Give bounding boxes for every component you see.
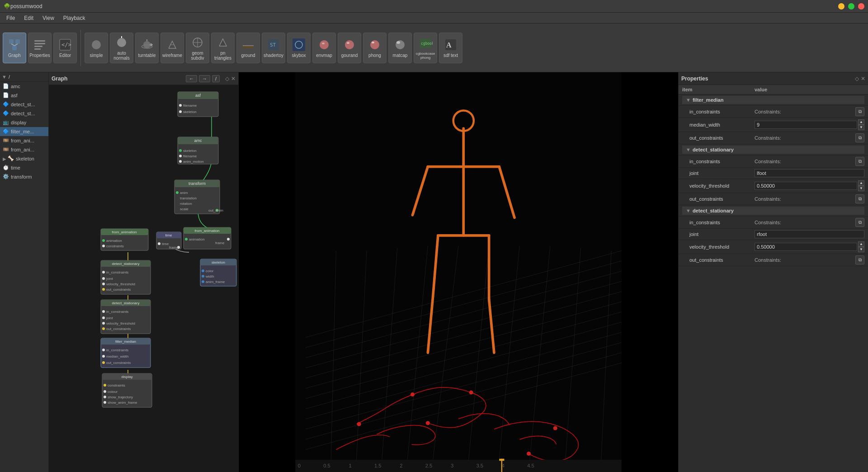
svg-text:filename: filename xyxy=(183,154,197,158)
window-controls xyxy=(838,3,864,9)
tool-pntriangles-label: pn triangles xyxy=(212,51,234,61)
tree-item-filterme[interactable]: 🔷 filter_me... xyxy=(0,127,48,136)
tool-pntriangles[interactable]: pn triangles xyxy=(211,33,235,63)
svg-text:from_animation: from_animation xyxy=(112,230,137,234)
properties-diamond[interactable]: ◇ xyxy=(855,76,859,82)
velocity-threshold-1-input[interactable] xyxy=(755,182,857,190)
decrement-btn[interactable]: ▼ xyxy=(858,247,864,252)
properties-close[interactable]: ✕ xyxy=(861,76,865,82)
file-icon: 📄 xyxy=(3,83,9,90)
tool-ground[interactable]: ground xyxy=(236,33,260,63)
prop-value-cell: ▲ ▼ xyxy=(751,240,868,254)
increment-btn[interactable]: ▲ xyxy=(858,241,864,247)
tree-item-asf[interactable]: 📄 asf xyxy=(0,91,48,100)
prop-label: out_constraints xyxy=(679,193,751,205)
decrement-btn[interactable]: ▼ xyxy=(858,186,864,191)
tool-geomsubdiv[interactable]: geom subdiv xyxy=(186,33,209,63)
svg-rect-5 xyxy=(34,40,45,42)
svg-point-28 xyxy=(320,40,329,49)
tree-item-fromani2[interactable]: 🎞️ from_ani... xyxy=(0,145,48,154)
tool-envmap[interactable]: envmap xyxy=(312,33,336,63)
menu-view[interactable]: View xyxy=(38,14,59,22)
tool-graph[interactable]: Graph xyxy=(3,33,26,63)
tool-phong[interactable]: phong xyxy=(363,33,387,63)
joint-1-input[interactable] xyxy=(755,169,864,177)
joint-2-input[interactable] xyxy=(755,230,864,238)
nav-back-button[interactable]: ← xyxy=(186,75,197,82)
tool-skybox-label: skybox xyxy=(292,53,306,58)
prop-row-in-constraints-1: in_constraints Constraints: ⧉ xyxy=(679,106,868,118)
tool-simple[interactable]: simple xyxy=(85,33,108,63)
tool-cgbookcase[interactable]: cgbook cgbookcase phong xyxy=(414,33,437,63)
svg-rect-138 xyxy=(295,72,622,472)
minimize-button[interactable] xyxy=(838,3,844,9)
svg-point-59 xyxy=(176,191,179,194)
viewport[interactable]: 0 0.5 1 1.5 2 2.5 3 3.5 4 4.5 xyxy=(239,72,678,472)
tree-item-detect2[interactable]: 🔷 detect_st... xyxy=(0,109,48,118)
tool-gourand[interactable]: gourand xyxy=(338,33,361,63)
tree-item-detect1[interactable]: 🔷 detect_st... xyxy=(0,100,48,109)
svg-point-50 xyxy=(179,149,182,152)
nav-forward-button[interactable]: → xyxy=(199,75,210,82)
close-button[interactable] xyxy=(858,3,864,9)
median-width-input[interactable] xyxy=(755,121,857,129)
graph-title: Graph xyxy=(52,76,67,82)
tool-autonormals[interactable]: auto normals xyxy=(110,33,133,63)
tree-item-transform[interactable]: ⚙️ transform xyxy=(0,172,48,181)
svg-point-103 xyxy=(102,283,105,285)
svg-rect-2 xyxy=(12,46,17,50)
prop-value-cell xyxy=(751,168,868,179)
svg-point-94 xyxy=(202,280,204,283)
graph-canvas[interactable]: asf filename skeleton amc skeleton filen… xyxy=(49,85,238,472)
decrement-btn[interactable]: ▼ xyxy=(858,125,864,130)
prop-constraints-btn[interactable]: ⧉ xyxy=(855,133,864,142)
panel-close[interactable]: ✕ xyxy=(231,76,236,82)
prop-constraints-btn[interactable]: ⧉ xyxy=(855,194,864,203)
panel-diamond[interactable]: ◇ xyxy=(225,76,229,82)
tool-wireframe[interactable]: wireframe xyxy=(160,33,184,63)
prop-constraints-btn[interactable]: ⧉ xyxy=(855,255,864,264)
tree-item-amc[interactable]: 📄 amc xyxy=(0,82,48,91)
svg-point-15 xyxy=(143,41,151,48)
svg-text:4.5: 4.5 xyxy=(527,463,534,468)
tool-shadertoy[interactable]: ST shadertoy xyxy=(262,33,285,63)
toolbar-left-group: Graph Properties </> Editor xyxy=(3,33,77,63)
tool-wireframe-label: wireframe xyxy=(162,53,182,58)
prop-constraints-btn[interactable]: ⧉ xyxy=(855,218,864,227)
app-title: possumwood xyxy=(10,3,42,9)
prop-label: in_constraints xyxy=(679,106,751,118)
tool-matcap[interactable]: matcap xyxy=(388,33,412,63)
velocity-threshold-2-input[interactable] xyxy=(755,243,857,251)
svg-text:anim_frame: anim_frame xyxy=(206,280,225,284)
prop-constraints-btn[interactable]: ⧉ xyxy=(855,107,864,116)
menu-playback[interactable]: Playback xyxy=(59,14,90,22)
increment-btn[interactable]: ▲ xyxy=(858,119,864,125)
tree-item-skeleton[interactable]: ▶ 🦴 skeleton xyxy=(0,154,48,163)
menu-file[interactable]: File xyxy=(2,14,19,22)
tool-editor[interactable]: </> Editor xyxy=(53,33,77,63)
maximize-button[interactable] xyxy=(848,3,854,9)
prop-constraints-btn[interactable]: ⧉ xyxy=(855,157,864,166)
svg-point-90 xyxy=(202,269,204,272)
col-value: value xyxy=(751,85,868,94)
svg-point-121 xyxy=(102,349,105,351)
svg-text:translation: translation xyxy=(180,196,197,200)
tree-item-label: display xyxy=(11,120,26,125)
nav-slash-button[interactable]: / xyxy=(212,75,220,82)
tree-item-fromani1[interactable]: 🎞️ from_ani... xyxy=(0,136,48,145)
increment-btn[interactable]: ▲ xyxy=(858,180,864,186)
prop-label: median_width xyxy=(679,118,751,132)
prop-constraints-value: Constraints: xyxy=(755,220,855,225)
tool-graph-label: Graph xyxy=(8,53,21,58)
tool-sdftext[interactable]: A sdf text xyxy=(439,33,462,63)
svg-point-69 xyxy=(102,239,105,242)
tool-properties[interactable]: Properties xyxy=(28,33,52,63)
tree-item-time[interactable]: ⏱️ time xyxy=(0,163,48,172)
svg-point-34 xyxy=(396,40,405,49)
tool-turntable[interactable]: turntable xyxy=(135,33,159,63)
menu-edit[interactable]: Edit xyxy=(19,14,38,22)
tree-item-display[interactable]: 📺 display xyxy=(0,118,48,127)
file-icon: 📄 xyxy=(3,92,9,99)
tool-skybox[interactable]: skybox xyxy=(287,33,311,63)
filter-icon: 🔷 xyxy=(3,128,9,135)
